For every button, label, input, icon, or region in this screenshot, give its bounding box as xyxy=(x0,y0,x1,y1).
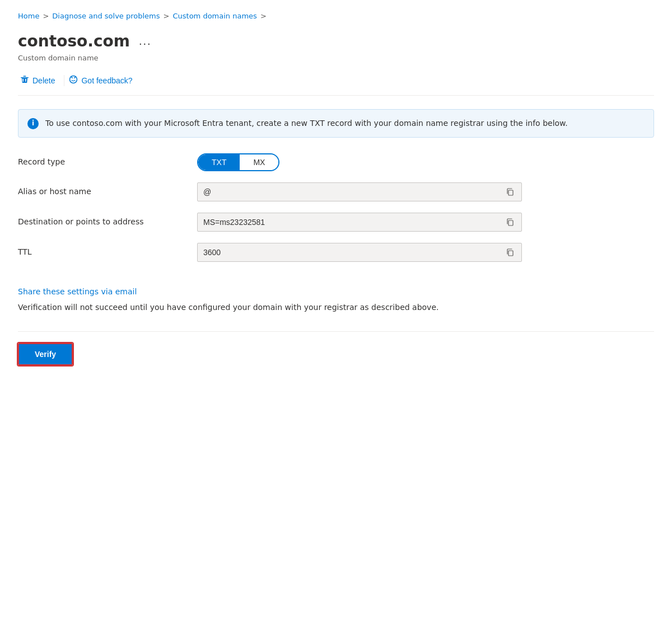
page-title-row: contoso.com ... xyxy=(18,30,654,52)
copy-icon xyxy=(506,248,515,257)
destination-input-group xyxy=(197,213,522,232)
destination-label: Destination or points to address xyxy=(18,217,197,228)
alias-input-group xyxy=(197,182,522,201)
toggle-mx[interactable]: MX xyxy=(240,154,278,170)
ttl-input[interactable] xyxy=(203,248,505,257)
delete-button[interactable]: Delete xyxy=(18,73,62,88)
feedback-label: Got feedback? xyxy=(81,76,132,85)
page-footer: Verify xyxy=(18,331,654,365)
ttl-input-group xyxy=(197,243,522,262)
info-icon: i xyxy=(27,118,39,129)
toolbar-divider xyxy=(64,75,64,86)
alias-copy-button[interactable] xyxy=(505,186,516,198)
breadcrumb-separator-1: > xyxy=(43,11,49,21)
ttl-row: TTL xyxy=(18,243,654,262)
toggle-group: TXT MX xyxy=(197,153,279,171)
share-email-link[interactable]: Share these settings via email xyxy=(18,286,654,298)
feedback-icon xyxy=(69,75,78,86)
ttl-copy-button[interactable] xyxy=(505,247,516,258)
breadcrumb-diagnose[interactable]: Diagnose and solve problems xyxy=(52,11,160,21)
svg-rect-0 xyxy=(21,77,29,78)
trash-icon xyxy=(20,75,29,86)
toggle-txt[interactable]: TXT xyxy=(198,154,240,170)
toolbar: Delete Got feedback? xyxy=(18,73,654,96)
destination-control xyxy=(197,213,522,232)
breadcrumb-separator-2: > xyxy=(164,11,170,21)
ttl-control xyxy=(197,243,522,262)
svg-rect-6 xyxy=(508,220,513,226)
page-container: Home > Diagnose and solve problems > Cus… xyxy=(0,0,672,388)
destination-copy-button[interactable] xyxy=(505,217,516,228)
svg-rect-5 xyxy=(508,190,513,195)
alias-row: Alias or host name xyxy=(18,182,654,201)
form-section: Record type TXT MX Alias or host name xyxy=(18,153,654,286)
alias-input[interactable] xyxy=(203,187,505,196)
alias-control xyxy=(197,182,522,201)
svg-point-2 xyxy=(70,76,77,83)
alias-label: Alias or host name xyxy=(18,186,197,198)
delete-label: Delete xyxy=(32,76,55,85)
record-type-label: Record type xyxy=(18,157,197,168)
copy-icon xyxy=(506,218,515,227)
breadcrumb-separator-3: > xyxy=(260,11,267,21)
svg-rect-1 xyxy=(24,76,26,77)
info-banner: i To use contoso.com with your Microsoft… xyxy=(18,109,654,138)
ellipsis-button[interactable]: ... xyxy=(136,34,155,49)
record-type-control: TXT MX xyxy=(197,153,522,171)
breadcrumb: Home > Diagnose and solve problems > Cus… xyxy=(18,11,654,21)
page-subtitle: Custom domain name xyxy=(18,53,654,63)
breadcrumb-home[interactable]: Home xyxy=(18,11,39,21)
breadcrumb-custom[interactable]: Custom domain names xyxy=(172,11,256,21)
destination-input[interactable] xyxy=(203,218,505,227)
info-text: To use contoso.com with your Microsoft E… xyxy=(45,118,568,129)
record-type-row: Record type TXT MX xyxy=(18,153,654,171)
verification-note: Verification will not succeed until you … xyxy=(18,302,654,313)
destination-row: Destination or points to address xyxy=(18,213,654,232)
ttl-label: TTL xyxy=(18,247,197,258)
copy-icon xyxy=(506,187,515,196)
feedback-button[interactable]: Got feedback? xyxy=(67,73,139,88)
page-title: contoso.com xyxy=(18,30,130,52)
svg-rect-7 xyxy=(508,251,513,256)
verify-button[interactable]: Verify xyxy=(18,343,73,365)
